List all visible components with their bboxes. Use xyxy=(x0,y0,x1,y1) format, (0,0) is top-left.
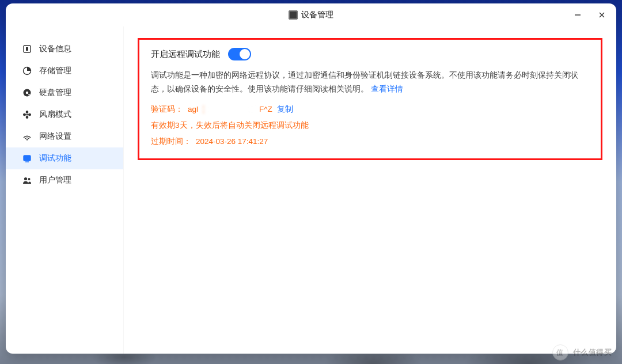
sidebar-item-label: 风扇模式 xyxy=(39,109,71,120)
fan-icon xyxy=(22,109,32,120)
network-icon xyxy=(22,131,32,142)
window-title-text: 设备管理 xyxy=(301,10,333,20)
copy-link[interactable]: 复制 xyxy=(277,104,293,115)
titlebar: 设备管理 xyxy=(6,3,616,26)
window-body: 设备信息 存储管理 硬盘管理 xyxy=(6,26,616,354)
app-icon xyxy=(289,10,298,20)
sidebar-item-storage[interactable]: 存储管理 xyxy=(6,60,123,82)
code-prefix: agl xyxy=(188,105,198,113)
svg-rect-4 xyxy=(26,47,28,51)
sidebar: 设备信息 存储管理 硬盘管理 xyxy=(6,26,124,354)
svg-rect-11 xyxy=(24,156,31,161)
description-text: 调试功能是一种加密的网络远程协议，通过加密通信和身份验证机制链接设备系统。不使用… xyxy=(151,69,589,96)
info-icon xyxy=(22,44,32,54)
sidebar-item-label: 设备信息 xyxy=(39,44,71,54)
sidebar-item-users[interactable]: 用户管理 xyxy=(6,169,123,191)
content-area: 开启远程调试功能 调试功能是一种加密的网络远程协议，通过加密通信和身份验证机制链… xyxy=(124,26,616,354)
watermark: 值 什么值得买 xyxy=(552,344,612,361)
sidebar-item-label: 硬盘管理 xyxy=(39,88,71,98)
svg-point-14 xyxy=(28,178,31,180)
view-details-link[interactable]: 查看详情 xyxy=(371,84,403,93)
sidebar-item-label: 存储管理 xyxy=(39,66,71,76)
svg-point-9 xyxy=(26,113,28,115)
expire-value: 2024-03-26 17:41:27 xyxy=(196,137,268,146)
description-body: 调试功能是一种加密的网络远程协议，通过加密通信和身份验证机制链接设备系统。不使用… xyxy=(151,70,578,93)
code-suffix: F^Z xyxy=(259,105,272,113)
sidebar-item-disk[interactable]: 硬盘管理 xyxy=(6,82,123,104)
expire-label: 过期时间： xyxy=(151,136,191,147)
users-icon xyxy=(22,175,32,185)
sidebar-item-debug[interactable]: 调试功能 xyxy=(6,147,123,169)
svg-point-8 xyxy=(28,94,30,96)
code-redacted xyxy=(203,105,255,113)
minimize-button[interactable] xyxy=(566,3,590,26)
svg-point-13 xyxy=(24,177,27,180)
svg-point-10 xyxy=(26,139,28,140)
window-title: 设备管理 xyxy=(289,10,333,20)
close-button[interactable] xyxy=(590,3,614,26)
toggle-knob xyxy=(240,49,250,59)
disk-icon xyxy=(22,88,32,98)
sidebar-item-label: 网络设置 xyxy=(39,131,71,142)
validity-text: 有效期3天，失效后将自动关闭远程调试功能 xyxy=(151,120,309,131)
storage-icon xyxy=(22,66,32,76)
sidebar-item-fan[interactable]: 风扇模式 xyxy=(6,104,123,126)
expire-row: 过期时间： 2024-03-26 17:41:27 xyxy=(151,136,589,147)
remote-debug-toggle[interactable] xyxy=(228,48,251,60)
watermark-badge: 值 xyxy=(552,344,568,361)
toggle-row: 开启远程调试功能 xyxy=(151,48,589,60)
svg-point-7 xyxy=(26,92,28,94)
watermark-text: 什么值得买 xyxy=(573,347,612,358)
sidebar-item-label: 用户管理 xyxy=(39,175,71,185)
window-controls xyxy=(566,3,614,26)
verification-row: 验证码：aglF^Z 复制 xyxy=(151,104,589,115)
sidebar-item-device-info[interactable]: 设备信息 xyxy=(6,38,123,60)
code-label: 验证码： xyxy=(151,104,183,115)
debug-icon xyxy=(22,153,32,164)
sidebar-item-network[interactable]: 网络设置 xyxy=(6,126,123,147)
desktop-background: 设备管理 设备信息 xyxy=(0,0,622,364)
sidebar-item-label: 调试功能 xyxy=(39,153,71,164)
toggle-label: 开启远程调试功能 xyxy=(151,49,220,60)
debug-panel: 开启远程调试功能 调试功能是一种加密的网络远程协议，通过加密通信和身份验证机制链… xyxy=(138,38,602,160)
validity-row: 有效期3天，失效后将自动关闭远程调试功能 xyxy=(151,120,589,131)
app-window: 设备管理 设备信息 xyxy=(6,3,616,354)
